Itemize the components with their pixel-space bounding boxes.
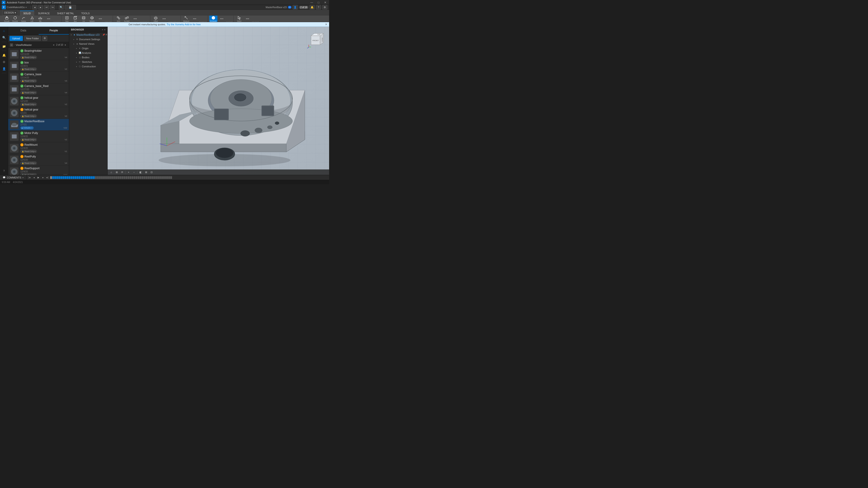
more-create[interactable] bbox=[96, 15, 104, 22]
undo-button[interactable]: ↩ bbox=[44, 5, 49, 9]
vp-display-btn[interactable]: ◧ bbox=[138, 170, 143, 174]
timeline-segment-42[interactable] bbox=[135, 176, 137, 179]
vp-fit-btn[interactable]: ⊞ bbox=[114, 170, 119, 174]
banner-close[interactable]: ✕ bbox=[325, 23, 327, 26]
timeline-segment-40[interactable] bbox=[131, 176, 133, 179]
file-badge[interactable]: 🔒Read-Only▾ bbox=[20, 91, 37, 94]
timeline-segment-10[interactable] bbox=[70, 176, 72, 179]
timeline-segment-24[interactable] bbox=[99, 176, 101, 179]
timeline-segment-50[interactable] bbox=[152, 176, 154, 179]
file-badge[interactable]: 🔒Read-Only▾ bbox=[20, 150, 37, 153]
browser-sketches[interactable]: ▸ ✏ Sketches bbox=[69, 60, 107, 64]
cylinder-tool[interactable]: Cyl bbox=[80, 15, 88, 22]
timeline-segment-37[interactable] bbox=[125, 176, 127, 179]
timeline-segment-34[interactable] bbox=[119, 176, 121, 179]
vp-orbit-btn[interactable]: ⟳ bbox=[120, 170, 124, 174]
sweep-tool[interactable]: Sweep bbox=[20, 15, 28, 22]
timeline-segment-45[interactable] bbox=[142, 176, 144, 179]
timeline-segment-59[interactable] bbox=[170, 176, 172, 179]
browser-construction[interactable]: ▸ ⬡ Construction bbox=[69, 64, 107, 69]
timeline-segment-9[interactable] bbox=[68, 176, 70, 179]
prev-page-button[interactable]: ◂ bbox=[52, 43, 55, 46]
more-assemble[interactable] bbox=[131, 15, 139, 22]
home-breadcrumb-icon[interactable]: ⌂ bbox=[10, 43, 13, 46]
badge-dropdown-icon[interactable]: ▾ bbox=[35, 80, 35, 82]
timeline-segment-58[interactable] bbox=[168, 176, 170, 179]
file-item-motor-pully[interactable]: ✓Motor Pully12/8/20🔒Read-Only▾V2 bbox=[8, 131, 69, 142]
next-page-button[interactable]: ▸ bbox=[64, 43, 67, 46]
sidebar-notifications-icon[interactable]: 🔔 bbox=[1, 52, 7, 58]
timeline-segment-20[interactable] bbox=[91, 176, 93, 179]
forward-button[interactable]: ▸ bbox=[38, 5, 43, 9]
badge-dropdown-icon[interactable]: ▾ bbox=[35, 68, 35, 70]
timeline-segment-49[interactable] bbox=[150, 176, 152, 179]
minimize-button[interactable]: — bbox=[310, 1, 314, 4]
redo-button[interactable]: ↪ bbox=[50, 5, 55, 9]
badge-dropdown-icon[interactable]: ▾ bbox=[35, 92, 35, 94]
timeline-start-btn[interactable]: |◂ bbox=[28, 176, 31, 180]
close-button[interactable]: ✕ bbox=[323, 1, 327, 4]
tab-people[interactable]: People bbox=[39, 27, 69, 35]
banner-link[interactable]: Try the Xometry Add-in for free bbox=[167, 23, 201, 26]
search-button[interactable]: 🔍 bbox=[59, 5, 64, 9]
timeline-segment-43[interactable] bbox=[138, 176, 140, 179]
timeline-segment-21[interactable] bbox=[93, 176, 95, 179]
browser-origin[interactable]: ▸ ✦ Origin bbox=[69, 46, 107, 51]
save-button[interactable]: 💾 bbox=[65, 5, 76, 9]
vp-grid-btn[interactable]: ⊞ bbox=[144, 170, 148, 174]
timeline-segment-2[interactable] bbox=[54, 176, 56, 179]
timeline-segment-53[interactable] bbox=[158, 176, 160, 179]
tab-sheet-metal[interactable]: SHEET METAL bbox=[54, 11, 77, 15]
badge-dropdown-icon[interactable]: ▾ bbox=[35, 115, 35, 117]
timeline-prev-btn[interactable]: ◂ bbox=[32, 176, 36, 180]
timeline-segment-48[interactable] bbox=[148, 176, 150, 179]
new-component-tool[interactable]: New bbox=[63, 15, 71, 22]
timeline-segment-12[interactable] bbox=[74, 176, 76, 179]
workspace-dropdown-arrow[interactable]: ▾ bbox=[26, 6, 27, 8]
browser-bodies[interactable]: ▸ ◻ Bodies bbox=[69, 55, 107, 60]
file-item-reelmount[interactable]: !ReelMount12/4/20🔒Read-Only▾V1 bbox=[8, 142, 69, 154]
vp-zoom-in-btn[interactable]: + bbox=[126, 170, 131, 174]
timeline-segment-17[interactable] bbox=[85, 176, 87, 179]
settings-button[interactable]: ⚙ bbox=[42, 36, 47, 41]
select-tool[interactable]: Select bbox=[235, 15, 243, 22]
timeline-segment-27[interactable] bbox=[105, 176, 107, 179]
timeline-segment-6[interactable] bbox=[62, 176, 64, 179]
file-item-helical-gear[interactable]: !helical gear1/1/21🔒Read-Only▾V2 bbox=[8, 107, 69, 119]
file-item-camera_base[interactable]: ✓Camera_base12/24/20🔒Read-Only▾V4 bbox=[8, 72, 69, 84]
timeline-segment-38[interactable] bbox=[127, 176, 129, 179]
tab-solid[interactable]: SOLID bbox=[20, 11, 34, 15]
more-modify[interactable] bbox=[44, 15, 53, 22]
sidebar-home-icon[interactable]: ⌂ bbox=[1, 28, 7, 34]
viewport[interactable]: FRONT RIGHT TOP ⌂ ⊞ ⟳ + − ◧ ⊞ bbox=[107, 27, 329, 175]
browser-named-views[interactable]: ▸ ◈ Named Views bbox=[69, 41, 107, 46]
timeline-segment-35[interactable] bbox=[121, 176, 123, 179]
file-badge[interactable]: 🔒Read-Only▾ bbox=[20, 56, 37, 59]
timeline-segment-41[interactable] bbox=[133, 176, 135, 179]
timeline-segment-3[interactable] bbox=[56, 176, 58, 179]
timeline-segment-4[interactable] bbox=[58, 176, 60, 179]
file-badge[interactable]: 🔒Read-Only▾ bbox=[20, 138, 37, 141]
timeline-segment-57[interactable] bbox=[166, 176, 168, 179]
timeline-segment-30[interactable] bbox=[111, 176, 113, 179]
comments-tab[interactable]: 💬 COMMENTS ▸ bbox=[0, 175, 27, 180]
viewcube[interactable]: FRONT RIGHT TOP bbox=[307, 31, 324, 49]
timeline-segment-16[interactable] bbox=[83, 176, 85, 179]
timeline-segment-11[interactable] bbox=[72, 176, 74, 179]
upload-button[interactable]: Upload bbox=[9, 36, 23, 41]
timeline-segment-51[interactable] bbox=[154, 176, 156, 179]
design-dropdown[interactable]: DESIGN ▾ bbox=[2, 10, 18, 15]
timeline-segment-55[interactable] bbox=[162, 176, 164, 179]
file-badge[interactable]: 🔒Read-Only▾ bbox=[20, 103, 37, 106]
timeline-segment-5[interactable] bbox=[60, 176, 62, 179]
file-item-box[interactable]: ✓box1/23/21🔒Read-Only▾V2 bbox=[8, 60, 69, 72]
timeline-end-btn[interactable]: ▸| bbox=[46, 176, 49, 180]
joint-tool[interactable]: Joint bbox=[114, 15, 123, 22]
badge-dropdown-icon[interactable]: ▾ bbox=[35, 151, 35, 153]
file-item-camera_base_reel[interactable]: ✓Camera_base_Reel12/27/20🔒Read-Only▾V4 bbox=[8, 84, 69, 95]
pin-button[interactable]: 📌 bbox=[102, 34, 105, 36]
sidebar-search-icon[interactable]: 🔍 bbox=[1, 34, 7, 41]
timeline-segment-0[interactable] bbox=[50, 176, 52, 179]
timeline-segment-33[interactable] bbox=[117, 176, 119, 179]
vp-home-btn[interactable]: ⌂ bbox=[109, 170, 114, 174]
